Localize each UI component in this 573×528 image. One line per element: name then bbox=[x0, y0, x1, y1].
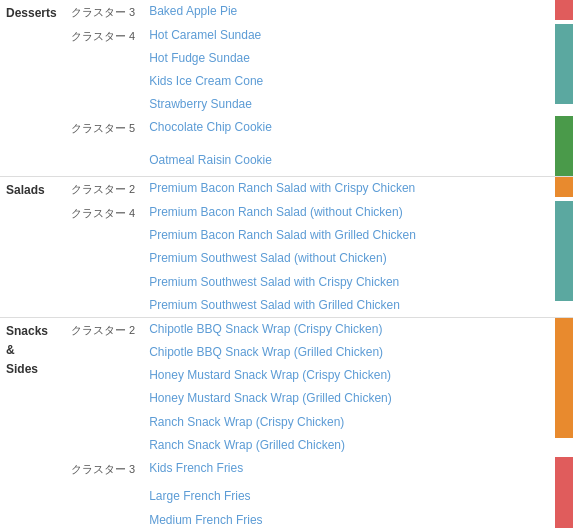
color-block bbox=[555, 116, 573, 176]
cluster-cell: クラスター 2 bbox=[65, 317, 141, 457]
item-cell: Chipotle BBQ Snack Wrap (Grilled Chicken… bbox=[141, 341, 555, 364]
category-cell: Snacks & Sides bbox=[0, 317, 65, 528]
table-row: クラスター 4Premium Bacon Ranch Salad (withou… bbox=[0, 201, 573, 224]
item-cell: Ranch Snack Wrap (Grilled Chicken) bbox=[141, 434, 555, 457]
item-cell: Strawberry Sundae bbox=[141, 93, 555, 116]
item-cell: Premium Southwest Salad (without Chicken… bbox=[141, 247, 555, 270]
table-row: クラスター 3Kids French Fries bbox=[0, 457, 573, 481]
cluster-cell: クラスター 4 bbox=[65, 24, 141, 117]
category-cell: Desserts bbox=[0, 0, 65, 177]
color-indicator bbox=[555, 24, 573, 117]
color-indicator bbox=[555, 177, 573, 201]
color-indicator bbox=[555, 0, 573, 24]
item-cell: Baked Apple Pie bbox=[141, 0, 555, 24]
item-cell: Large French Fries bbox=[141, 485, 555, 509]
item-cell: Hot Fudge Sundae bbox=[141, 47, 555, 70]
item-cell: Premium Bacon Ranch Salad with Crispy Ch… bbox=[141, 177, 555, 201]
item-cell: Honey Mustard Snack Wrap (Grilled Chicke… bbox=[141, 387, 555, 410]
item-cell: Premium Bacon Ranch Salad with Grilled C… bbox=[141, 224, 555, 247]
item-cell: Premium Southwest Salad with Grilled Chi… bbox=[141, 294, 555, 318]
color-block bbox=[555, 0, 573, 20]
color-indicator bbox=[555, 116, 573, 177]
item-cell: Kids French Fries bbox=[141, 457, 555, 481]
item-cell: Ranch Snack Wrap (Crispy Chicken) bbox=[141, 411, 555, 434]
item-cell: Premium Southwest Salad with Crispy Chic… bbox=[141, 271, 555, 294]
color-indicator bbox=[555, 317, 573, 457]
item-cell: Honey Mustard Snack Wrap (Crispy Chicken… bbox=[141, 364, 555, 387]
cluster-cell: クラスター 3 bbox=[65, 0, 141, 24]
item-cell: Chocolate Chip Cookie bbox=[141, 116, 555, 144]
color-indicator bbox=[555, 457, 573, 528]
table-row: クラスター 4Hot Caramel Sundae bbox=[0, 24, 573, 47]
color-block bbox=[555, 24, 573, 104]
table-row: クラスター 5Chocolate Chip Cookie bbox=[0, 116, 573, 144]
item-cell: Medium French Fries bbox=[141, 509, 555, 528]
color-block bbox=[555, 177, 573, 197]
item-cell: Kids Ice Cream Cone bbox=[141, 70, 555, 93]
table-row: Saladsクラスター 2Premium Bacon Ranch Salad w… bbox=[0, 177, 573, 201]
color-block bbox=[555, 318, 573, 438]
color-block bbox=[555, 457, 573, 528]
item-cell: Oatmeal Raisin Cookie bbox=[141, 149, 555, 177]
cluster-cell: クラスター 2 bbox=[65, 177, 141, 201]
cluster-cell: クラスター 4 bbox=[65, 201, 141, 317]
table-row: Dessertsクラスター 3Baked Apple Pie bbox=[0, 0, 573, 24]
color-indicator bbox=[555, 201, 573, 317]
table-row: Snacks & Sidesクラスター 2Chipotle BBQ Snack … bbox=[0, 317, 573, 341]
item-cell: Hot Caramel Sundae bbox=[141, 24, 555, 47]
item-cell: Chipotle BBQ Snack Wrap (Crispy Chicken) bbox=[141, 317, 555, 341]
cluster-cell: クラスター 3 bbox=[65, 457, 141, 528]
main-table: Dessertsクラスター 3Baked Apple Pieクラスター 4Hot… bbox=[0, 0, 573, 528]
category-cell: Salads bbox=[0, 177, 65, 318]
item-cell: Premium Bacon Ranch Salad (without Chick… bbox=[141, 201, 555, 224]
cluster-cell: クラスター 5 bbox=[65, 116, 141, 177]
color-block bbox=[555, 201, 573, 301]
